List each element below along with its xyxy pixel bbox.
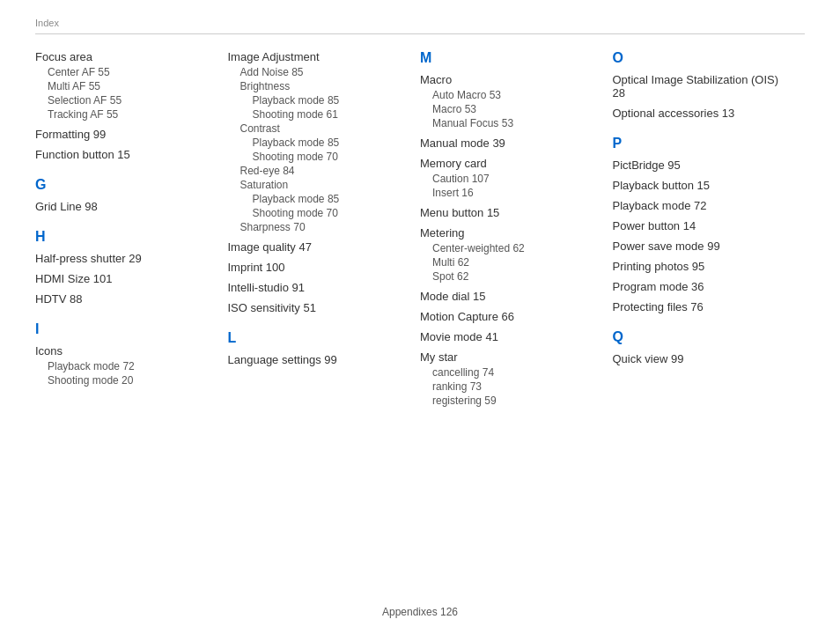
entry-sub: Brightness (228, 80, 403, 92)
section-letter-G: G (35, 177, 210, 193)
entry-main: Formatting 99 (35, 128, 210, 141)
entry-sub: Contrast (228, 122, 403, 135)
entry-main: ISO sensitivity 51 (228, 301, 403, 314)
entry-main: Intelli-studio 91 (228, 281, 403, 294)
entry-main: Image Adjustment (228, 50, 403, 63)
page-footer: Appendixes 126 (0, 606, 840, 618)
entry-main: Optical Image Stabilization (OIS) 28 (613, 73, 788, 100)
page: Index Focus areaCenter AF 55Multi AF 55S… (0, 0, 840, 634)
entry-main: Language settings 99 (228, 353, 403, 366)
entry-main: Grid Line 98 (35, 200, 210, 213)
entry-main: Protecting files 76 (613, 300, 788, 313)
entry-main: Menu button 15 (420, 206, 595, 219)
entry-sub: Add Noise 85 (228, 66, 403, 78)
section-letter-O: O (613, 50, 788, 66)
entry-sub: Macro 53 (420, 103, 595, 115)
entry-main: PictBridge 95 (613, 158, 788, 172)
index-column-col1: Focus areaCenter AF 55Multi AF 55Selecti… (35, 50, 228, 409)
entry-main: Movie mode 41 (420, 330, 595, 343)
index-columns: Focus areaCenter AF 55Multi AF 55Selecti… (35, 50, 805, 409)
entry-sub: Spot 62 (420, 270, 595, 283)
index-column-col2: Image AdjustmentAdd Noise 85BrightnessPl… (228, 50, 421, 409)
entry-sub-indent: Shooting mode 70 (228, 207, 403, 219)
entry-sub-indent: Shooting mode 61 (228, 108, 403, 121)
entry-sub: ranking 73 (420, 380, 595, 393)
entry-main: Focus area (35, 50, 210, 63)
entry-main: Icons (35, 344, 210, 358)
entry-main: Power button 14 (613, 219, 788, 232)
entry-sub-indent: Playback mode 85 (228, 94, 403, 107)
entry-sub: cancelling 74 (420, 366, 595, 379)
entry-sub: Multi AF 55 (35, 80, 210, 92)
entry-sub: Sharpness 70 (228, 221, 403, 233)
entry-main: Memory card (420, 157, 595, 170)
entry-main: Program mode 36 (613, 280, 788, 293)
entry-sub: Multi 62 (420, 256, 595, 269)
entry-main: Image quality 47 (228, 240, 403, 254)
entry-sub: Red-eye 84 (228, 165, 403, 177)
entry-main: Mode dial 15 (420, 290, 595, 303)
entry-sub-indent: Shooting mode 70 (228, 151, 403, 163)
entry-sub-indent: Playback mode 85 (228, 193, 403, 205)
entry-sub: Saturation (228, 179, 403, 191)
entry-main: Motion Capture 66 (420, 310, 595, 323)
entry-main: Power save mode 99 (613, 240, 788, 253)
entry-main: Optional accessories 13 (613, 107, 788, 120)
entry-main: Half-press shutter 29 (35, 252, 210, 265)
entry-main: Manual mode 39 (420, 136, 595, 150)
entry-main: Imprint 100 (228, 261, 403, 274)
entry-main: My star (420, 350, 595, 364)
entry-main: Macro (420, 73, 595, 86)
entry-main: Printing photos 95 (613, 260, 788, 273)
entry-sub: registering 59 (420, 394, 595, 407)
entry-main: Quick view 99 (613, 352, 788, 365)
entry-main: Playback button 15 (613, 179, 788, 192)
entry-main: Metering (420, 226, 595, 240)
entry-sub-indent: Playback mode 85 (228, 136, 403, 149)
entry-main: Function button 15 (35, 148, 210, 161)
section-letter-I: I (35, 321, 210, 337)
section-letter-P: P (613, 136, 788, 151)
entry-main: HDTV 88 (35, 292, 210, 306)
entry-sub: Center-weighted 62 (420, 242, 595, 254)
page-header: Index (35, 18, 805, 28)
section-letter-L: L (228, 330, 403, 346)
section-letter-M: M (420, 50, 595, 66)
entry-sub: Manual Focus 53 (420, 117, 595, 129)
entry-sub: Playback mode 72 (35, 360, 210, 372)
section-letter-Q: Q (613, 329, 788, 345)
section-letter-H: H (35, 229, 210, 245)
entry-sub: Selection AF 55 (35, 94, 210, 107)
header-divider (35, 33, 805, 34)
entry-sub: Shooting mode 20 (35, 374, 210, 387)
entry-sub: Center AF 55 (35, 66, 210, 78)
entry-sub: Tracking AF 55 (35, 108, 210, 121)
entry-main: HDMI Size 101 (35, 272, 210, 285)
entry-sub: Insert 16 (420, 187, 595, 199)
entry-main: Playback mode 72 (613, 199, 788, 212)
index-column-col4: OOptical Image Stabilization (OIS) 28Opt… (613, 50, 806, 409)
entry-sub: Auto Macro 53 (420, 89, 595, 101)
entry-sub: Caution 107 (420, 173, 595, 185)
index-column-col3: MMacroAuto Macro 53Macro 53Manual Focus … (420, 50, 613, 409)
